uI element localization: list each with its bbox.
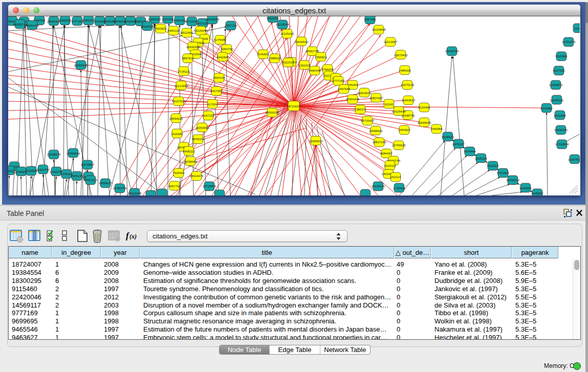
svg-text:13975125: 13975125 [401,83,415,86]
svg-text:9897610: 9897610 [182,57,194,60]
svg-text:9457791: 9457791 [168,185,181,188]
svg-text:(x): (x) [129,233,137,240]
svg-text:7955812: 7955812 [315,56,327,59]
svg-text:7386372: 7386372 [354,108,366,111]
svg-text:9245652: 9245652 [531,192,543,195]
svg-text:19654925: 19654925 [169,117,183,120]
svg-text:16099484: 16099484 [184,160,198,163]
svg-text:9777169: 9777169 [332,79,344,82]
svg-text:9146821: 9146821 [257,53,269,56]
svg-text:12213963: 12213963 [175,84,188,87]
svg-text:8215958: 8215958 [540,107,553,110]
svg-text:17016504: 17016504 [555,143,569,146]
svg-text:5175685: 5175685 [214,38,226,41]
svg-text:12213967: 12213967 [384,40,398,43]
svg-text:9242848: 9242848 [216,56,229,59]
svg-text:9777169: 9777169 [71,20,83,23]
svg-text:1615112: 1615112 [384,164,397,167]
svg-text:10973493: 10973493 [394,54,408,57]
svg-text:24053346: 24053346 [74,64,88,67]
svg-text:10699695: 10699695 [418,121,431,124]
svg-text:62160: 62160 [385,103,394,106]
svg-text:2803144: 2803144 [213,76,225,79]
svg-text:16914479: 16914479 [190,174,204,178]
svg-text:16640910: 16640910 [295,40,309,43]
svg-text:1527602: 1527602 [162,18,174,21]
svg-text:12093832: 12093832 [549,83,563,86]
svg-text:12444151: 12444151 [550,99,564,102]
svg-text:1588520: 1588520 [269,57,281,60]
svg-text:20364436: 20364436 [346,98,360,101]
svg-text:20206576: 20206576 [47,153,61,156]
svg-text:1156829: 1156829 [26,169,38,172]
svg-text:15692991: 15692991 [554,128,568,132]
svg-text:8813054: 8813054 [267,17,279,20]
svg-text:9245652: 9245652 [519,187,532,190]
svg-text:18724007: 18724007 [287,105,301,108]
svg-text:19384554: 19384554 [309,140,323,143]
svg-text:7625402: 7625402 [172,171,185,174]
svg-text:18807249: 18807249 [373,141,386,144]
svg-text:16154808: 16154808 [372,28,386,31]
svg-text:7357224: 7357224 [225,24,237,27]
svg-text:9463627: 9463627 [82,19,95,22]
svg-text:9329966: 9329966 [555,55,568,58]
svg-text:12342757: 12342757 [36,168,50,171]
svg-text:9474444: 9474444 [464,150,476,153]
svg-text:12923448: 12923448 [128,192,142,195]
svg-text:18300295: 18300295 [266,111,279,114]
svg-text:16824534: 16824534 [358,92,372,95]
svg-text:11325419: 11325419 [280,32,294,35]
svg-text:8878334: 8878334 [192,138,204,141]
svg-text:7632621: 7632621 [487,164,499,167]
svg-text:1640954: 1640954 [430,127,443,130]
svg-text:3498222: 3498222 [183,150,195,153]
svg-text:391511: 391511 [8,169,14,172]
svg-text:3267110: 3267110 [203,114,215,117]
svg-text:2687682: 2687682 [364,18,376,21]
svg-text:1621064: 1621064 [554,114,566,117]
svg-text:15718485: 15718485 [203,185,216,188]
svg-text:19218506: 19218506 [276,23,290,26]
svg-text:16543362: 16543362 [186,46,200,49]
svg-text:1916682: 1916682 [171,133,183,136]
svg-text:16107523: 16107523 [172,100,186,103]
svg-text:10688609: 10688609 [369,129,383,133]
svg-text:8990448: 8990448 [309,69,321,72]
svg-text:17359924: 17359924 [67,152,80,155]
svg-text:9427552: 9427552 [210,90,223,93]
svg-text:8938923: 8938923 [442,136,454,139]
svg-text:9227342: 9227342 [553,69,565,72]
svg-text:417004: 417004 [207,103,218,106]
svg-text:10807487: 10807487 [369,97,383,100]
svg-text:14136141: 14136141 [372,185,385,188]
svg-text:9115460: 9115460 [419,106,431,109]
svg-text:6479197: 6479197 [452,143,465,146]
svg-text:2718119: 2718119 [178,70,190,73]
svg-text:7515526: 7515526 [141,25,154,28]
svg-text:15720407: 15720407 [361,119,375,122]
svg-text:2505135: 2505135 [71,174,83,178]
svg-text:20756928: 20756928 [392,144,406,147]
svg-text:6466160: 6466160 [173,19,186,22]
svg-text:7663822: 7663822 [155,27,167,30]
svg-text:10975867: 10975867 [81,163,95,166]
svg-text:10853257: 10853257 [148,18,162,21]
svg-text:20691406: 20691406 [26,24,39,27]
svg-text:6794078: 6794078 [321,68,334,71]
svg-text:1654923: 1654923 [398,128,410,132]
svg-text:16782759: 16782759 [113,187,127,190]
svg-text:10025438: 10025438 [392,110,406,113]
svg-text:7485063: 7485063 [399,69,411,72]
svg-text:6497568: 6497568 [338,87,350,91]
svg-text:16648784: 16648784 [445,50,459,53]
svg-text:6322037: 6322037 [282,61,294,64]
svg-text:14353594: 14353594 [195,126,209,129]
svg-text:1733426: 1733426 [393,187,405,190]
svg-text:8454749: 8454749 [221,48,233,51]
svg-text:10654112: 10654112 [506,179,520,182]
svg-text:11267534: 11267534 [568,158,580,161]
svg-text:8912954: 8912954 [181,31,193,34]
svg-text:9699695: 9699695 [59,19,71,22]
svg-text:746266: 746266 [347,83,358,86]
